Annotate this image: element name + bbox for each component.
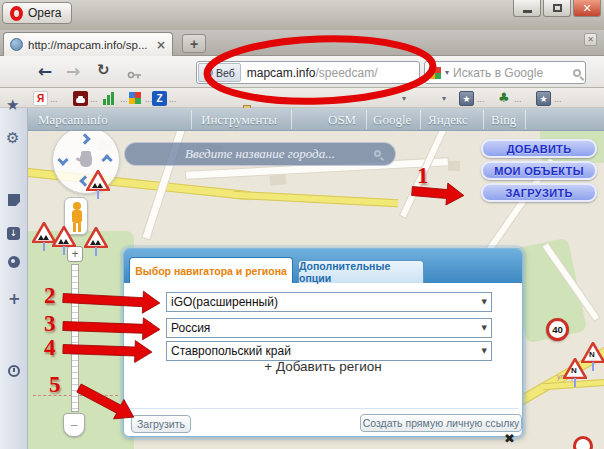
menu-separator bbox=[525, 110, 526, 129]
menu-separator bbox=[483, 110, 484, 129]
bookmark-star-icon[interactable]: ★ bbox=[536, 91, 551, 106]
url-text: mapcam.info/speedcam/ bbox=[247, 66, 378, 80]
menu-separator bbox=[420, 110, 421, 129]
downloads-icon[interactable]: ↓ bbox=[7, 227, 20, 240]
bookmark-sprout-icon[interactable]: ♣ bbox=[498, 90, 510, 105]
menu-item-google[interactable]: Google bbox=[373, 112, 411, 128]
tab-close-icon[interactable]: × bbox=[156, 38, 166, 52]
map-building bbox=[270, 174, 287, 185]
pan-hand-icon[interactable] bbox=[80, 154, 92, 167]
bookmark-car-icon[interactable] bbox=[73, 91, 88, 106]
unite-icon[interactable] bbox=[8, 256, 20, 268]
bookmark-label[interactable]: ... bbox=[169, 94, 177, 104]
menu-item-yandex[interactable]: Яндекс bbox=[428, 112, 468, 128]
download-button[interactable]: ЗАГРУЗИТЬ bbox=[481, 183, 597, 202]
dialog-close-icon[interactable]: ✖ bbox=[504, 431, 515, 446]
site-menu-bar bbox=[28, 108, 604, 131]
menu-item-tools[interactable]: Инструменты bbox=[201, 112, 277, 128]
navigator-select[interactable]: iGO(расширенный) ▼ bbox=[166, 292, 492, 312]
bookmark-yandex-icon[interactable]: Я bbox=[33, 91, 48, 106]
bookmark-label[interactable]: ... bbox=[120, 94, 128, 104]
minimize-icon bbox=[523, 10, 532, 13]
search-magnifier-icon[interactable] bbox=[573, 69, 581, 77]
globe-icon bbox=[204, 68, 213, 77]
bookmarks-panel-icon[interactable]: ★ bbox=[6, 96, 19, 114]
zoom-out-button[interactable]: − bbox=[63, 413, 85, 437]
menu-item-mapcam[interactable]: Mapcam.info bbox=[38, 112, 108, 128]
add-region-link[interactable]: + Добавить регион bbox=[124, 359, 522, 374]
side-panel bbox=[0, 108, 28, 449]
tab-mapcam[interactable]: http://mapcam.info/sp... × bbox=[3, 32, 173, 56]
folder-dropdown-icon[interactable]: ▾ bbox=[362, 94, 366, 103]
folder-dropdown-icon[interactable]: ▾ bbox=[442, 94, 446, 103]
map-road bbox=[233, 191, 398, 208]
bookmark-z-icon[interactable]: Z bbox=[152, 91, 167, 106]
menu-item-bing[interactable]: Bing bbox=[491, 112, 516, 128]
maximize-icon bbox=[553, 4, 562, 12]
direct-link-button[interactable]: Создать прямую личную ссылку bbox=[360, 414, 522, 432]
tab-favicon-globe-icon bbox=[10, 38, 23, 51]
minimize-button[interactable] bbox=[513, 0, 541, 17]
bookmark-chart-icon[interactable] bbox=[103, 92, 118, 105]
security-badge[interactable]: Веб bbox=[198, 63, 241, 82]
bookmark-label[interactable]: ... bbox=[477, 94, 485, 104]
reload-button[interactable]: ↻ bbox=[97, 61, 110, 79]
speed-bump-sign-icon[interactable] bbox=[52, 226, 76, 255]
menu-item-osm[interactable]: OSM bbox=[328, 112, 356, 128]
history-clock-icon[interactable] bbox=[8, 365, 20, 377]
forward-button[interactable]: → bbox=[66, 61, 80, 81]
badge-label: Веб bbox=[216, 67, 235, 79]
bookmark-google-icon[interactable] bbox=[129, 92, 141, 104]
bookmark-label[interactable]: ... bbox=[90, 94, 98, 104]
speed-limit-sign-icon[interactable]: 40 bbox=[546, 318, 569, 341]
opera-logo-icon bbox=[10, 6, 23, 21]
add-object-button[interactable]: ДОБАВИТЬ bbox=[481, 139, 597, 158]
city-search-placeholder: Введите название города... bbox=[185, 146, 335, 162]
back-button[interactable]: ← bbox=[38, 61, 52, 81]
bookmark-label[interactable]: ... bbox=[50, 94, 58, 104]
password-key-icon[interactable] bbox=[127, 66, 142, 84]
opera-menu-label: Opera bbox=[28, 6, 61, 20]
chevron-down-icon: ▼ bbox=[482, 324, 487, 332]
address-bar[interactable]: Веб mapcam.info/speedcam/ bbox=[196, 61, 420, 84]
person-icon bbox=[73, 202, 81, 210]
maximize-button[interactable] bbox=[543, 0, 571, 17]
tab-extra-options[interactable]: Дополнительные опции bbox=[298, 260, 424, 283]
speed-limit-sign-icon[interactable] bbox=[573, 436, 593, 449]
url-host: mapcam.info bbox=[247, 66, 316, 80]
opera-browser-window: Opera ✕ http://mapcam.info/sp... × + ✕ ←… bbox=[0, 0, 604, 449]
close-window-button[interactable]: ✕ bbox=[573, 0, 601, 17]
city-search-magnifier-icon bbox=[374, 150, 381, 157]
opera-menu-button[interactable]: Opera bbox=[2, 2, 72, 24]
my-objects-button[interactable]: МОИ ОБЪЕКТЫ bbox=[481, 161, 597, 180]
menu-separator bbox=[366, 110, 367, 129]
country-select[interactable]: Россия ▼ bbox=[166, 318, 492, 338]
tab-navigator-region[interactable]: Выбор навигатора и региона bbox=[129, 257, 293, 283]
bookmark-star-icon[interactable]: ★ bbox=[459, 91, 474, 106]
speed-bump-sign-icon[interactable] bbox=[86, 170, 110, 199]
region-select[interactable]: Ставропольский край ▼ bbox=[166, 341, 492, 361]
window-controls: ✕ bbox=[513, 0, 601, 17]
bookmark-label[interactable]: ... bbox=[554, 94, 562, 104]
add-panel-icon[interactable]: + bbox=[8, 290, 21, 308]
map-building bbox=[448, 161, 460, 171]
search-input[interactable]: ▾ Искать в Google bbox=[424, 61, 586, 84]
panel-close-button[interactable]: ✕ bbox=[584, 33, 597, 46]
search-engine-dropdown-icon[interactable]: ▾ bbox=[445, 68, 449, 77]
speed-bump-sign-icon[interactable] bbox=[84, 227, 108, 256]
winding-road-sign-icon[interactable]: N bbox=[581, 342, 604, 371]
widgets-gear-icon[interactable]: ⚙ bbox=[6, 129, 19, 147]
chevron-down-icon: ▼ bbox=[482, 347, 487, 355]
dialog-separator bbox=[128, 408, 518, 409]
google-icon[interactable] bbox=[429, 67, 441, 79]
map-road bbox=[400, 131, 448, 218]
folder-dropdown-icon[interactable]: ▾ bbox=[402, 94, 406, 103]
dialog-download-button[interactable]: Загрузить bbox=[131, 415, 191, 433]
zoom-slider[interactable] bbox=[71, 264, 79, 412]
menu-separator bbox=[191, 110, 192, 129]
bookmark-label[interactable]: ... bbox=[514, 94, 522, 104]
download-settings-dialog: Выбор навигатора и региона Дополнительны… bbox=[123, 248, 523, 437]
new-tab-button[interactable]: + bbox=[182, 34, 206, 53]
chevron-down-icon: ▼ bbox=[482, 298, 487, 306]
city-search-input[interactable]: Введите название города... bbox=[124, 142, 396, 166]
